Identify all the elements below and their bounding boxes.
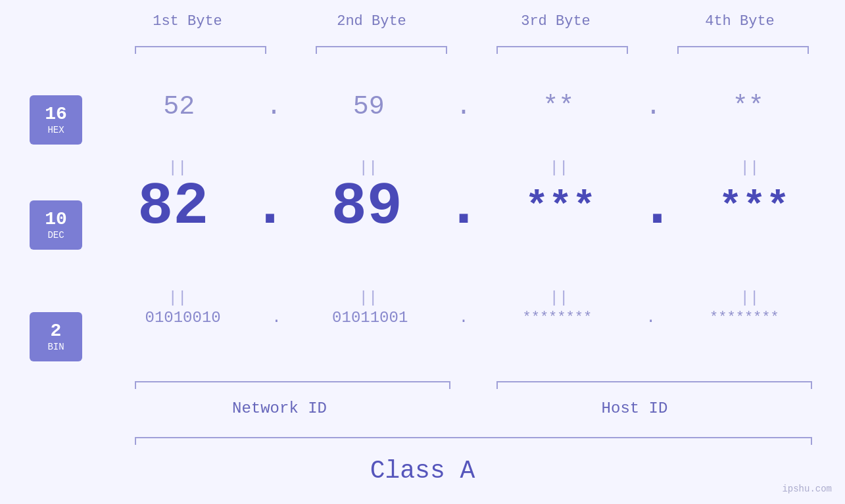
dec-val4: *** bbox=[677, 179, 832, 235]
bin-badge-label: BIN bbox=[47, 342, 64, 352]
byte1-top-bracket bbox=[135, 46, 266, 47]
dec-dot2: . bbox=[445, 177, 483, 237]
eq-row2: || || || || bbox=[95, 289, 832, 307]
byte3-top-bracket bbox=[496, 46, 628, 47]
eq1-4: || bbox=[667, 159, 832, 177]
dec-val3: *** bbox=[483, 179, 638, 235]
host-id-bracket bbox=[496, 381, 812, 382]
hex-badge-number: 16 bbox=[45, 104, 67, 125]
hex-val4: ** bbox=[665, 92, 832, 122]
eq2-3: || bbox=[477, 289, 641, 307]
bin-val2: 01011001 bbox=[283, 309, 458, 327]
bin-dot1: . bbox=[270, 309, 282, 327]
dec-dot1: . bbox=[251, 177, 289, 237]
main-container: 1st Byte 2nd Byte 3rd Byte 4th Byte 16 H… bbox=[0, 0, 845, 504]
byte3-header: 3rd Byte bbox=[464, 13, 648, 30]
bin-val1: 01010010 bbox=[95, 309, 270, 327]
dec-badge-label: DEC bbox=[47, 230, 64, 241]
bin-badge: 2 BIN bbox=[30, 312, 82, 361]
byte4-header: 4th Byte bbox=[648, 13, 832, 30]
hex-dot3: . bbox=[642, 92, 664, 122]
watermark: ipshu.com bbox=[782, 484, 832, 494]
bin-dot3: . bbox=[644, 309, 656, 327]
eq2-4: || bbox=[667, 289, 832, 307]
hex-badge: 16 HEX bbox=[30, 95, 82, 145]
hex-val2: 59 bbox=[285, 92, 452, 122]
hex-badge-label: HEX bbox=[47, 125, 64, 135]
class-a-label: Class A bbox=[95, 457, 750, 485]
byte4-top-bracket bbox=[677, 46, 809, 47]
hex-val3: ** bbox=[475, 92, 642, 122]
network-id-bracket bbox=[135, 381, 450, 382]
eq2-2: || bbox=[286, 289, 450, 307]
bin-row: 01010010 . 01011001 . ******** . *******… bbox=[95, 309, 832, 327]
hex-val1: 52 bbox=[95, 92, 262, 122]
dec-badge-number: 10 bbox=[45, 210, 67, 230]
dec-badge: 10 DEC bbox=[30, 200, 82, 250]
dec-dot3: . bbox=[638, 177, 676, 237]
bin-badge-number: 2 bbox=[51, 321, 62, 342]
byte1-header: 1st Byte bbox=[95, 13, 279, 30]
byte2-top-bracket bbox=[316, 46, 447, 47]
byte2-header: 2nd Byte bbox=[279, 13, 464, 30]
host-id-label: Host ID bbox=[447, 400, 822, 417]
bin-val3: ******** bbox=[470, 309, 644, 326]
hex-dot1: . bbox=[262, 92, 285, 122]
bin-dot2: . bbox=[458, 309, 470, 327]
hex-dot2: . bbox=[452, 92, 475, 122]
hex-row: 52 . 59 . ** . ** bbox=[95, 92, 832, 122]
class-bracket bbox=[135, 437, 812, 438]
eq2-1: || bbox=[95, 289, 260, 307]
byte-headers-row: 1st Byte 2nd Byte 3rd Byte 4th Byte bbox=[95, 13, 832, 30]
eq1-3: || bbox=[477, 159, 641, 177]
network-id-label: Network ID bbox=[95, 400, 464, 417]
dec-row: 82 . 89 . *** . *** bbox=[95, 177, 832, 237]
bin-val4: ******** bbox=[657, 309, 832, 326]
dec-val1: 82 bbox=[95, 177, 251, 237]
dec-val2: 89 bbox=[289, 177, 445, 237]
